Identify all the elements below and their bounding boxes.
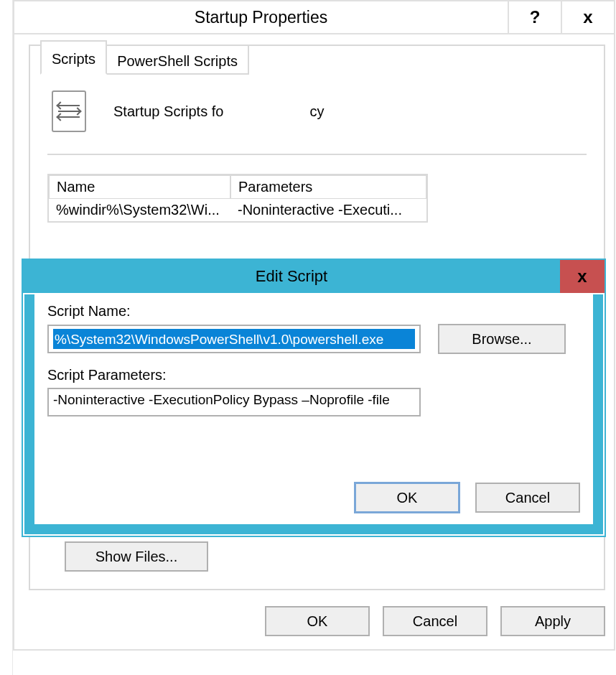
- show-files-button[interactable]: Show Files...: [65, 541, 208, 572]
- scripts-list[interactable]: Name Parameters %windir%\System32\Wi... …: [47, 174, 428, 223]
- script-name-value: %\System32\WindowsPowerShell\v1.0\powers…: [53, 329, 415, 349]
- column-header-name[interactable]: Name: [49, 175, 230, 199]
- window-title: Startup Properties: [14, 8, 508, 27]
- edit-script-dialog: Edit Script x Script Name: %\System32\Wi…: [22, 259, 606, 537]
- dialog-title: Edit Script: [23, 267, 560, 286]
- tab-strip: Scripts PowerShell Scripts: [40, 43, 248, 73]
- dialog-close-button[interactable]: x: [560, 260, 605, 293]
- column-header-parameters[interactable]: Parameters: [230, 175, 426, 199]
- background-window-edge: [0, 0, 13, 675]
- script-parameters-input[interactable]: -Noninteractive -ExecutionPolicy Bypass …: [47, 388, 421, 416]
- dialog-footer-buttons: OK Cancel: [355, 483, 580, 513]
- script-parameters-value: -Noninteractive -ExecutionPolicy Bypass …: [53, 392, 390, 407]
- cell-name: %windir%\System32\Wi...: [49, 199, 230, 221]
- browse-button[interactable]: Browse...: [438, 324, 566, 354]
- scripts-header: Startup Scripts fo cy: [47, 76, 587, 155]
- apply-button[interactable]: Apply: [500, 606, 605, 636]
- dialog-ok-button[interactable]: OK: [355, 483, 459, 513]
- script-parameters-label: Script Parameters:: [47, 367, 580, 383]
- scripts-header-text-1: Startup Scripts fo: [113, 103, 223, 120]
- dialog-cancel-button[interactable]: Cancel: [475, 483, 580, 513]
- script-name-label: Script Name:: [47, 303, 580, 320]
- ok-button[interactable]: OK: [265, 606, 370, 636]
- dialog-body: Script Name: %\System32\WindowsPowerShel…: [24, 294, 603, 534]
- dialog-titlebar[interactable]: Edit Script x: [23, 260, 605, 293]
- window-titlebar: Startup Properties ? x: [14, 1, 614, 34]
- window-footer-buttons: OK Cancel Apply: [14, 606, 605, 636]
- cell-parameters: -Noninteractive -Executi...: [230, 199, 426, 221]
- script-icon: [52, 90, 86, 132]
- tab-powershell-scripts[interactable]: PowerShell Scripts: [106, 45, 249, 75]
- table-row[interactable]: %windir%\System32\Wi... -Noninteractive …: [49, 199, 426, 221]
- tab-scripts[interactable]: Scripts: [40, 40, 107, 75]
- help-button[interactable]: ?: [508, 1, 561, 33]
- close-button[interactable]: x: [561, 1, 614, 33]
- scripts-header-text: Startup Scripts fo cy: [113, 103, 582, 120]
- scripts-list-area: Name Parameters %windir%\System32\Wi... …: [47, 174, 587, 223]
- cancel-button[interactable]: Cancel: [383, 606, 487, 636]
- scripts-list-header: Name Parameters: [49, 175, 426, 199]
- scripts-header-text-2: cy: [309, 103, 324, 120]
- script-name-input[interactable]: %\System32\WindowsPowerShell\v1.0\powers…: [47, 325, 421, 353]
